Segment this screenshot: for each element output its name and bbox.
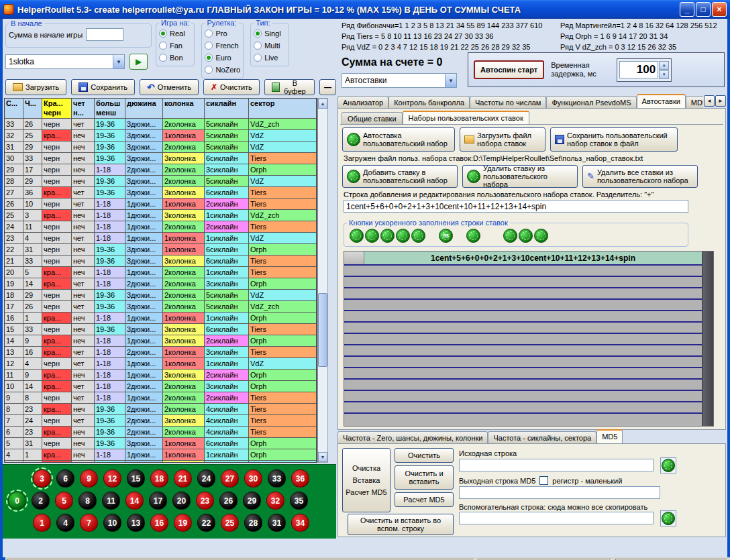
table-row[interactable]: 1014кра...чет1-182дюжи...2колонка3сиклай… [5,381,317,392]
table-header-cell[interactable]: дюжина [125,99,163,119]
md5-clear-button[interactable]: Очистить [395,448,454,463]
bet-list-row[interactable] [344,334,702,345]
table-scrollbar[interactable]: ▲ ▼ [317,98,328,463]
radio-option-multi[interactable]: Multi [254,40,286,52]
tab-Автоставки[interactable]: Автоставки [637,94,686,108]
radio-option-pro[interactable]: Pro [205,27,240,40]
tab-Контроль банкролла[interactable]: Контроль банкролла [388,96,470,108]
bet-chip-button[interactable] [350,229,364,243]
md5-source-input[interactable] [459,459,654,471]
bet-list-row[interactable] [344,368,702,380]
bet-list-scrollbar[interactable] [702,251,713,426]
md5-aux-chip-button[interactable] [660,510,676,526]
table-row[interactable]: 321кра...неч19-362дюжи...3колонка4сиклай… [5,461,317,463]
table-row[interactable]: 98чернчет1-181дюжи...2колонка2сиклайнTie… [5,392,317,404]
radio-option-bon[interactable]: Bon [159,52,191,64]
table-row[interactable]: 2610чернчет1-181дюжи...1колонка2сиклайнT… [5,199,317,210]
sub-tab-Общие ставки[interactable]: Общие ставки [342,112,403,124]
bet-list-row[interactable] [344,266,702,277]
roulette-number-15[interactable]: 15 [127,469,145,488]
bet-string-input[interactable] [344,200,688,213]
chevron-down-icon[interactable]: ▼ [113,55,124,68]
roulette-number-7[interactable]: 7 [80,514,98,532]
table-header-cell[interactable]: Ч... [23,99,42,119]
roulette-number-21[interactable]: 21 [174,469,192,488]
roulette-number-6[interactable]: 6 [56,469,74,488]
table-row[interactable]: 2736кра...чет19-363дюжи...3колонка6сикла… [5,187,317,199]
toolbar-button-folder[interactable]: Загрузить [5,79,66,95]
table-row[interactable]: 724чернчет19-362дюжи...3колонка4сиклайнT… [5,415,317,427]
radio-option-nozero[interactable]: NoZero [205,64,240,76]
roulette-number-12[interactable]: 12 [103,469,121,488]
toolbar-button-clipboard[interactable]: В буфер [264,79,315,95]
table-row[interactable]: 149кра...неч1-181дюжи...3колонка2сиклайн… [5,335,317,347]
md5-clear-paste-button[interactable]: Очистить и вставить [395,465,454,490]
start-sum-input[interactable] [86,28,123,41]
table-row[interactable]: 3326чернчет19-363дюжи...2колонка5сиклайн… [5,119,317,130]
roulette-number-35[interactable]: 35 [290,492,308,510]
bottom-tab-Частота - Zero, шансы, дюжины, колонки[interactable]: Частота - Zero, шансы, дюжины, колонки [337,431,488,443]
md5-clear-paste-aux-button[interactable]: Очистить и вставить во вспом. строку [348,514,454,535]
md5-calc-button[interactable]: Расчет MD5 [395,492,454,507]
roulette-number-33[interactable]: 33 [268,469,286,488]
register-checkbox[interactable] [539,476,548,485]
spinner-up-icon[interactable]: ▲ [659,61,669,70]
bet-list-row[interactable] [344,402,702,414]
autobets-button[interactable]: Удалить ставку из пользовательского набо… [462,165,578,188]
tab-Частоты по числам[interactable]: Частоты по числам [470,96,546,108]
bet-chip-button[interactable] [380,229,395,243]
md5-output-input[interactable] [459,486,660,499]
bet-chip-button[interactable] [396,229,410,243]
table-row[interactable]: 1829черннеч19-363дюжи...2колонка5сиклайн… [5,290,317,301]
roulette-number-31[interactable]: 31 [268,514,286,532]
radio-option-live[interactable]: Live [254,52,286,64]
radio-option-euro[interactable]: Euro [205,52,240,64]
roulette-number-34[interactable]: 34 [291,514,309,532]
roulette-number-2[interactable]: 2 [32,492,50,510]
table-row[interactable]: 3129черннеч19-363дюжи...2колонка5сиклайн… [5,142,317,153]
bet-list-row[interactable] [344,323,702,334]
table-header-cell[interactable]: Кра...черн [42,99,72,119]
roulette-number-8[interactable]: 8 [79,492,97,510]
roulette-number-27[interactable]: 27 [221,469,239,488]
roulette-number-13[interactable]: 13 [127,514,145,532]
roulette-number-28[interactable]: 28 [244,514,262,532]
bet-list-row[interactable] [344,300,702,311]
table-header-cell[interactable]: С... [5,99,23,119]
chevron-down-icon[interactable]: ▼ [445,74,456,87]
tab-Анализатор[interactable]: Анализатор [337,96,388,108]
toolbar-button-floppy[interactable]: Сохранить [71,79,135,95]
slot-select[interactable]: 1slotka ▼ [5,54,125,69]
roulette-number-24[interactable]: 24 [197,469,215,488]
bet-list-row[interactable] [344,311,702,323]
bet-chip-button[interactable] [365,229,379,243]
roulette-number-11[interactable]: 11 [102,492,120,510]
radio-option-french[interactable]: French [205,40,240,52]
tab-Функционал PsevdoMS[interactable]: Функционал PsevdoMS [546,96,636,108]
spinner-down-icon[interactable]: ▼ [659,70,669,79]
roulette-number-32[interactable]: 32 [266,492,284,510]
bet-chip-button[interactable] [519,229,533,243]
table-row[interactable]: 1914кра...чет1-182дюжи...2колонка3сиклай… [5,278,317,290]
roulette-number-18[interactable]: 18 [150,469,168,488]
roulette-number-30[interactable]: 30 [244,469,262,488]
radio-option-fan[interactable]: Fan [159,40,191,52]
table-row[interactable]: 41кра...неч1-181дюжи...1колонка1сиклайнO… [5,449,317,461]
table-header-cell[interactable]: большменш [95,99,125,119]
table-header-cell[interactable]: сиклайн [205,99,249,119]
bet-chip-button[interactable]: 5$ [439,229,453,243]
table-row[interactable]: 2917черннеч1-182дюжи...2колонка3сиклайнO… [5,164,317,176]
table-row[interactable]: 253кра...неч1-181дюжи...3колонка1сиклайн… [5,210,317,221]
tab-scroll-left-icon[interactable]: ◄ [704,95,715,107]
roulette-number-14[interactable]: 14 [125,492,144,510]
table-row[interactable]: 623кра...неч19-362дюжи...2колонка4сиклай… [5,427,317,438]
roulette-number-23[interactable]: 23 [196,492,214,510]
table-row[interactable]: 1533черннеч19-363дюжи...3колонка6сиклайн… [5,324,317,335]
scroll-up-icon[interactable]: ▲ [318,99,327,109]
table-header-cell[interactable]: сектор [249,99,317,119]
radio-option-real[interactable]: Real [159,27,191,40]
bet-chip-button[interactable] [503,229,517,243]
maximize-button[interactable]: □ [696,2,711,17]
bet-list-row[interactable] [344,288,702,300]
table-row[interactable]: 2133черннеч19-363дюжи...3колонка6сиклайн… [5,256,317,267]
